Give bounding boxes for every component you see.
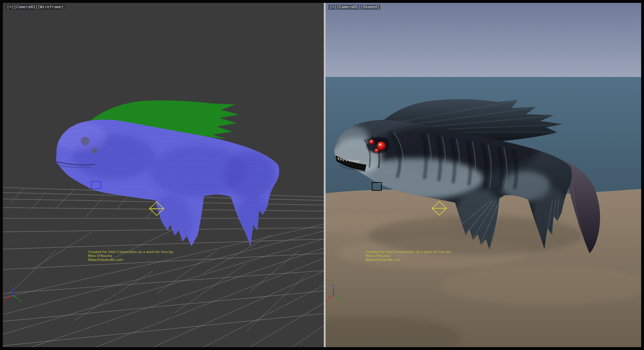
viewport-menu-pov[interactable]: [Camera01] (337, 5, 360, 9)
axis-label-x: x (4, 299, 6, 303)
viewport-canvas-wireframe[interactable]: Created for Intel Corporation as a work … (3, 3, 324, 347)
viewport-label: [+][Camera01][Wireframe] (6, 5, 65, 10)
viewport-wireframe[interactable]: [+][Camera01][Wireframe] (3, 3, 324, 347)
viewport-menu-general[interactable]: [+] (7, 5, 14, 9)
credit-line-1: Created for Intel Corporation as a work … (88, 250, 174, 254)
fish-eye-small-upper (369, 140, 374, 145)
viewport-menu-shading[interactable]: [Shaded] (360, 5, 379, 9)
credit-line-3: Www.fritzstudio.com (366, 258, 401, 262)
viewport-workspace: [+][Camera01][Wireframe] (0, 0, 644, 350)
fish-eye-spot (81, 137, 89, 145)
credit-line-1: Created for Intel Corporation as a work … (366, 250, 452, 254)
viewport-canvas-shaded[interactable]: Created for Intel Corporation as a work … (326, 3, 641, 347)
fish-eye-large (377, 142, 386, 151)
credit-text: Created for Intel Corporation as a work … (88, 250, 174, 262)
fish-body-wire-overlay (56, 120, 279, 246)
axis-label-y: y (19, 298, 21, 302)
viewport-menu-general[interactable]: [+] (330, 5, 337, 9)
viewport-menu-pov[interactable]: [Camera01] (14, 5, 38, 9)
axis-label-x: x (326, 299, 328, 303)
fish-model-wireframe[interactable] (53, 100, 279, 247)
fish-eye-spot-small (92, 148, 97, 154)
viewport-menu-shading[interactable]: [Wireframe] (38, 5, 64, 9)
credit-line-2: Mike O'Rourke (366, 254, 390, 258)
fish-eyes (367, 138, 389, 153)
fish-eye-small-lower (375, 149, 379, 153)
axis-label-z: z (332, 283, 334, 287)
axis-label-y: y (341, 298, 343, 302)
sky (326, 3, 641, 78)
credit-line-2: Mike O'Rourke (88, 254, 112, 258)
viewport-label: [+][Camera01][Shaded] (328, 5, 380, 10)
credit-line-3: Www.fritzstudio.com (88, 258, 123, 262)
viewport-shaded[interactable]: [+][Camera01][Shaded] (326, 3, 641, 347)
axis-label-z: z (11, 283, 13, 287)
